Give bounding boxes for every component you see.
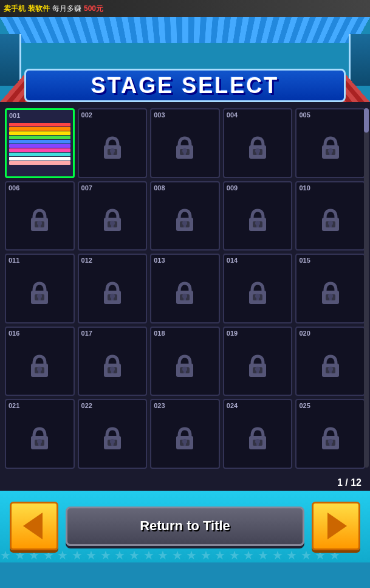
- svg-rect-51: [256, 296, 259, 300]
- arena-header: STAGE SELECT: [0, 17, 370, 102]
- svg-rect-79: [38, 441, 41, 446]
- svg-rect-75: [329, 369, 332, 373]
- stage-cell-022[interactable]: 022: [78, 399, 148, 469]
- stage-cell-018[interactable]: 018: [150, 327, 220, 396]
- svg-rect-83: [111, 441, 114, 446]
- lock-icon-024: [227, 412, 289, 465]
- stage-number-013: 013: [154, 257, 165, 264]
- stage-number-024: 024: [227, 403, 238, 409]
- svg-rect-47: [183, 296, 186, 300]
- svg-rect-39: [38, 296, 41, 300]
- lock-icon-013: [154, 266, 216, 320]
- ad-text3: 每月多赚: [52, 4, 81, 14]
- stage-cell-015[interactable]: 015: [295, 254, 365, 323]
- svg-rect-3: [111, 151, 114, 155]
- svg-rect-27: [183, 223, 186, 227]
- stage-cell-006[interactable]: 006: [5, 181, 75, 251]
- next-arrow-icon: [327, 513, 347, 539]
- svg-rect-63: [111, 369, 114, 373]
- lock-icon-018: [154, 339, 216, 393]
- svg-rect-67: [183, 369, 186, 373]
- stage-number-018: 018: [154, 330, 165, 337]
- stage-number-011: 011: [9, 257, 19, 264]
- stage-cell-023[interactable]: 023: [150, 399, 220, 469]
- lock-icon-015: [299, 266, 361, 320]
- stage-number-006: 006: [9, 185, 19, 192]
- stage-cell-025[interactable]: 025: [295, 399, 365, 469]
- stage-cell-012[interactable]: 012: [78, 254, 148, 323]
- stage-cell-010[interactable]: 010: [295, 181, 365, 251]
- ad-bar: 卖手机 装软件 每月多赚 500元: [0, 0, 370, 17]
- stage-cell-019[interactable]: 019: [223, 327, 293, 396]
- stage-number-001: 001: [9, 112, 20, 119]
- ad-text1: 卖手机: [4, 4, 26, 14]
- arena-side-right: [349, 34, 370, 86]
- stage-number-009: 009: [227, 185, 238, 192]
- stage-cell-013[interactable]: 013: [150, 254, 220, 323]
- title-banner: STAGE SELECT: [24, 69, 346, 102]
- bottom-navigation-bar: Return to Title: [0, 491, 370, 562]
- ad-amount: 500元: [84, 4, 103, 14]
- stage-number-022: 022: [81, 403, 92, 409]
- stage-number-017: 017: [81, 330, 92, 337]
- lock-icon-019: [227, 339, 289, 393]
- svg-rect-11: [256, 151, 259, 155]
- stage-number-004: 004: [227, 112, 238, 119]
- arena-side-left: [0, 34, 21, 86]
- stage-cell-003[interactable]: 003: [150, 108, 220, 178]
- prev-arrow-icon: [23, 513, 43, 539]
- lock-icon-003: [154, 121, 216, 175]
- lock-icon-008: [154, 194, 216, 247]
- stage-cell-007[interactable]: 007: [78, 181, 148, 251]
- svg-rect-91: [256, 441, 259, 446]
- stage-number-008: 008: [154, 185, 165, 192]
- prev-button[interactable]: [10, 502, 58, 550]
- stage-number-015: 015: [299, 257, 310, 264]
- svg-rect-35: [329, 223, 332, 227]
- svg-rect-15: [329, 151, 332, 155]
- stage-number-012: 012: [81, 257, 92, 264]
- page-current: 1: [337, 477, 343, 488]
- stage-cell-005[interactable]: 005: [295, 108, 365, 178]
- lock-icon-023: [154, 412, 216, 465]
- scroll-thumb[interactable]: [364, 108, 369, 133]
- stage-cell-002[interactable]: 002: [78, 108, 148, 178]
- lock-icon-010: [299, 194, 361, 247]
- stage-number-025: 025: [299, 403, 310, 409]
- stage-number-014: 014: [227, 257, 238, 264]
- stage-cell-016[interactable]: 016: [5, 327, 75, 396]
- lock-icon-017: [81, 339, 144, 393]
- svg-rect-23: [111, 223, 114, 227]
- stage-cell-008[interactable]: 008: [150, 181, 220, 251]
- return-to-title-label: Return to Title: [140, 518, 230, 534]
- lock-icon-012: [81, 266, 144, 320]
- return-to-title-button[interactable]: Return to Title: [66, 507, 304, 546]
- stage-cell-001[interactable]: 001: [5, 108, 75, 178]
- scrollbar[interactable]: [364, 108, 369, 468]
- lock-icon-016: [9, 339, 71, 393]
- svg-rect-43: [111, 296, 114, 300]
- stage-number-010: 010: [299, 185, 310, 192]
- lock-icon-021: [9, 412, 71, 465]
- stage-cell-021[interactable]: 021: [5, 399, 75, 469]
- stage-cell-011[interactable]: 011: [5, 254, 75, 323]
- page-total: 12: [351, 477, 361, 488]
- lock-icon-009: [227, 194, 289, 247]
- next-button[interactable]: [312, 502, 360, 550]
- stage-cell-014[interactable]: 014: [223, 254, 293, 323]
- svg-rect-31: [256, 223, 259, 227]
- stage-cell-020[interactable]: 020: [295, 327, 365, 396]
- stage-cell-009[interactable]: 009: [223, 181, 293, 251]
- stage-number-023: 023: [154, 403, 165, 409]
- lock-icon-022: [81, 412, 144, 465]
- page-separator: /: [345, 477, 348, 488]
- stage-number-019: 019: [227, 330, 238, 337]
- lock-icon-004: [227, 121, 289, 175]
- stage-grid: 001002 003 004 005 006: [5, 108, 365, 469]
- ad-text2: 装软件: [28, 4, 50, 14]
- svg-rect-55: [329, 296, 332, 300]
- stage-number-016: 016: [9, 330, 19, 337]
- stage-cell-004[interactable]: 004: [223, 108, 293, 178]
- stage-cell-024[interactable]: 024: [223, 399, 293, 469]
- stage-cell-017[interactable]: 017: [78, 327, 148, 396]
